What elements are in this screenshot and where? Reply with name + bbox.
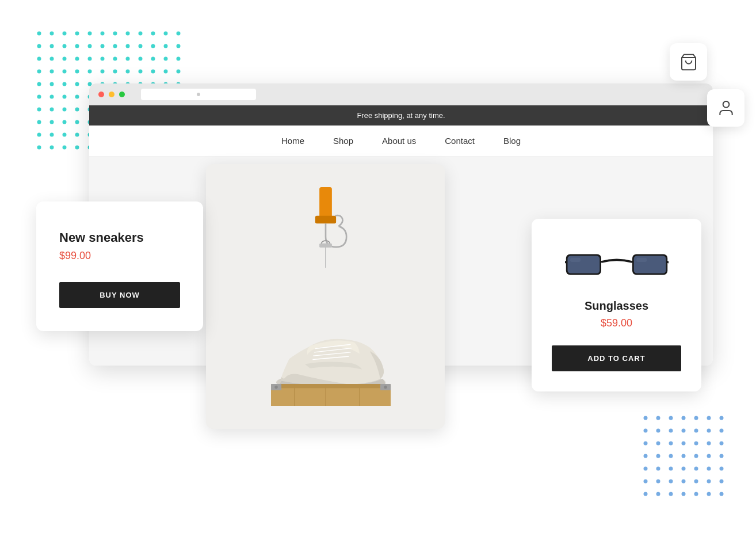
floating-cart-icon[interactable] <box>670 43 707 81</box>
nav-about[interactable]: About us <box>382 136 416 146</box>
sneaker-product-card: New sneakers $99.00 BUY NOW <box>36 201 203 331</box>
user-icon <box>717 99 735 117</box>
browser-maximize-dot <box>119 92 125 97</box>
add-to-cart-button[interactable]: ADD TO CART <box>552 345 681 371</box>
browser-bar <box>89 83 713 105</box>
svg-line-30 <box>565 262 566 265</box>
promo-banner: Free shipping, at any time. <box>89 105 713 126</box>
svg-line-31 <box>667 262 669 265</box>
sneaker-visual <box>206 164 445 429</box>
main-nav: Home Shop About us Contact Blog <box>89 126 713 157</box>
blue-dot-pattern <box>641 413 733 505</box>
svg-rect-13 <box>271 384 391 388</box>
floating-user-icon[interactable] <box>707 89 744 127</box>
sunglasses-illustration <box>565 239 669 285</box>
sneaker-illustration <box>234 187 418 406</box>
nav-contact[interactable]: Contact <box>445 136 475 146</box>
svg-rect-3 <box>315 216 335 224</box>
sneaker-price: $99.00 <box>59 250 180 262</box>
browser-url-bar <box>141 89 256 100</box>
svg-rect-33 <box>636 258 647 262</box>
cart-icon <box>679 53 698 71</box>
browser-minimize-dot <box>109 92 114 97</box>
sunglasses-product-card: Sunglasses $59.00 ADD TO CART <box>532 219 701 391</box>
nav-shop[interactable]: Shop <box>333 136 353 146</box>
sneaker-image-card <box>206 164 445 429</box>
browser-close-dot <box>98 92 104 97</box>
sunglasses-name: Sunglasses <box>585 299 648 313</box>
svg-point-22 <box>274 386 277 389</box>
svg-rect-2 <box>319 187 332 218</box>
svg-point-1 <box>723 101 729 108</box>
nav-home[interactable]: Home <box>281 136 304 146</box>
svg-rect-5 <box>319 244 332 248</box>
buy-now-button[interactable]: BUY NOW <box>59 282 180 308</box>
sunglasses-price: $59.00 <box>601 317 632 329</box>
svg-point-23 <box>384 386 387 389</box>
sneaker-name: New sneakers <box>59 230 180 245</box>
svg-rect-32 <box>570 258 581 262</box>
nav-blog[interactable]: Blog <box>503 136 521 146</box>
promo-text: Free shipping, at any time. <box>357 111 445 120</box>
